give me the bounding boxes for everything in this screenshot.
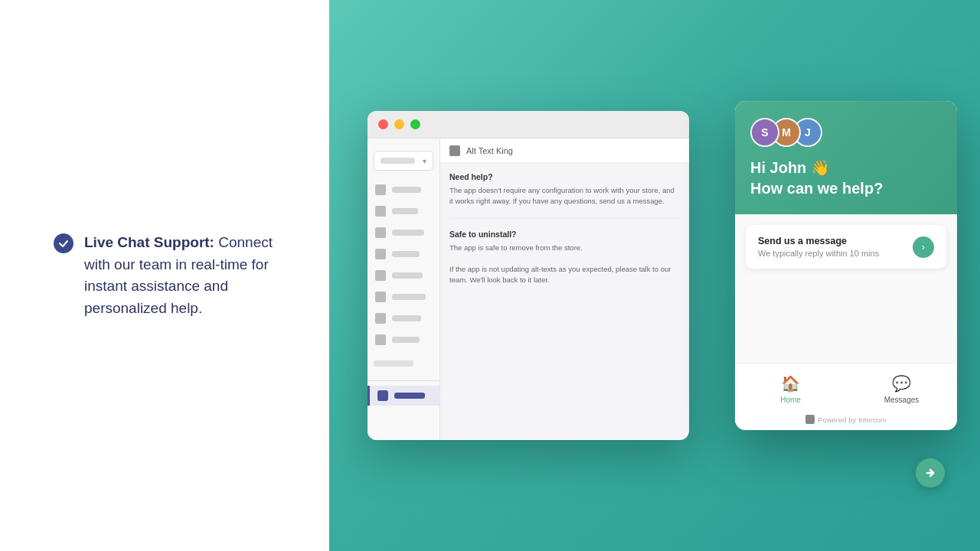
window-body: ▾ [368,139,689,440]
sidebar-item-settings[interactable] [368,330,439,350]
app-header-icon [449,145,460,156]
main-header: Alt Text King [440,139,689,163]
chat-close-button[interactable] [916,458,945,487]
sidebar-item-discounts[interactable] [368,308,439,328]
sidebar-item-customers[interactable] [368,244,439,264]
messages-nav-icon: 💬 [892,374,911,393]
chat-footer: 🏠 Home 💬 Messages [735,363,957,412]
sidebar-dropdown[interactable]: ▾ [374,151,433,171]
traffic-light-red[interactable] [378,119,388,129]
window-titlebar [368,111,689,139]
chat-widget: S M J Hi John 👋 How can we help? Send us… [735,101,957,430]
home-nav-label: Home [780,396,801,404]
orders-icon [375,206,386,217]
faq-item: Need help? The app doesn't require any c… [449,172,680,207]
settings-icon [375,334,386,345]
sidebar-item-analytics[interactable] [368,266,439,285]
avatar-1: S [750,118,779,147]
send-message-title: Send us a message [758,236,905,246]
avatar-group: S M J [750,118,942,147]
faq-question-1: Need help? [449,172,680,181]
app-icon [377,390,388,401]
analytics-icon [375,270,386,281]
sidebar-item-products[interactable] [368,223,439,243]
app-window: ▾ [368,111,689,440]
chat-nav-home[interactable]: 🏠 Home [735,371,846,407]
avatar-image-1: S [752,119,778,145]
greeting-line1: Hi John 👋 [750,158,942,178]
check-icon [54,233,74,253]
home-nav-icon: 🏠 [781,374,800,393]
faq-item-2: Safe to uninstall? The app is safe to re… [449,230,680,286]
customers-icon [375,249,386,259]
discounts-icon [375,313,386,324]
messages-nav-label: Messages [884,396,920,404]
sidebar-item-label [392,230,424,236]
sidebar-item-label [392,272,423,279]
right-panel: ▾ [329,0,980,551]
sidebar-item-orders[interactable] [368,201,439,221]
main-content: Alt Text King Need help? The app doesn't… [440,139,689,440]
send-message-subtitle: We typically reply within 10 mins [758,249,905,258]
sidebar-item-label [392,315,421,321]
faq-answer-1: The app doesn't require any configuratio… [449,185,680,207]
traffic-light-yellow[interactable] [394,119,404,129]
sidebar-item-label [392,294,426,300]
sidebar-item-label [392,187,421,193]
faq-section: Need help? The app doesn't require any c… [440,163,689,306]
chat-greeting: Hi John 👋 How can we help? [750,158,942,199]
send-message-card[interactable]: Send us a message We typically reply wit… [746,225,946,269]
greeting-line2: How can we help? [750,178,942,199]
home-icon [375,184,386,195]
sidebar-item-label [394,393,425,399]
sidebar-item-home[interactable] [368,180,439,200]
feature-item: Live Chat Support: Connect with our team… [38,217,291,334]
faq-answer-2: The app is safe to remove from the store… [449,243,680,286]
powered-by: Powered by Intercom [735,412,957,430]
marketing-icon [375,292,386,302]
faq-question-2: Safe to uninstall? [449,230,680,239]
main-header-title: Alt Text King [466,146,513,155]
sidebar-item-marketing[interactable] [368,287,439,307]
traffic-light-green[interactable] [410,119,420,129]
sidebar-item-alt-text-king[interactable] [368,386,439,406]
sidebar-item-label [392,337,420,343]
powered-by-text: Powered by Intercom [818,416,887,424]
chevron-down-icon: ▾ [423,157,426,165]
sidebar: ▾ [368,139,440,440]
left-panel: Live Chat Support: Connect with our team… [0,0,329,551]
intercom-icon [805,415,815,424]
chat-body: Send us a message We typically reply wit… [735,214,957,363]
feature-text: Live Chat Support: Connect with our team… [84,232,276,319]
chat-header: S M J Hi John 👋 How can we help? [735,101,957,214]
sidebar-item-label [392,251,420,257]
sidebar-item-label [392,208,418,214]
sidebar-dropdown-bar [381,158,415,164]
products-icon [375,227,386,238]
send-message-content: Send us a message We typically reply wit… [758,236,905,258]
send-arrow-icon[interactable]: › [913,236,934,258]
chat-nav-messages[interactable]: 💬 Messages [846,371,957,407]
